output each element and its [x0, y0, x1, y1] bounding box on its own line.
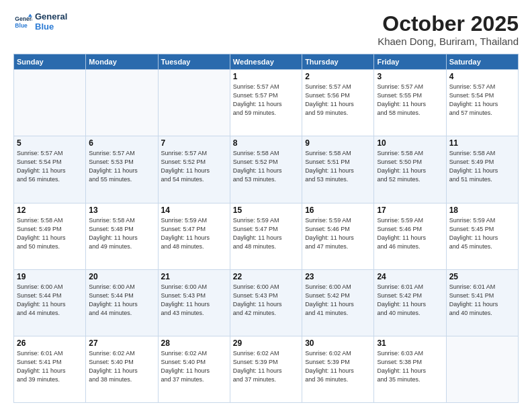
- calendar-cell: [446, 336, 518, 402]
- day-number: 10: [377, 138, 443, 148]
- calendar-cell: 23Sunrise: 6:00 AM Sunset: 5:42 PM Dayli…: [302, 269, 374, 336]
- weekday-header-monday: Monday: [86, 54, 158, 70]
- calendar-cell: 14Sunrise: 5:59 AM Sunset: 5:47 PM Dayli…: [158, 203, 230, 269]
- month-title: October 2025: [378, 12, 519, 36]
- day-number: 26: [17, 338, 83, 348]
- cell-info: Sunrise: 5:58 AM Sunset: 5:50 PM Dayligh…: [377, 149, 443, 184]
- calendar-cell: 21Sunrise: 6:00 AM Sunset: 5:43 PM Dayli…: [158, 269, 230, 336]
- day-number: 16: [305, 205, 371, 215]
- calendar-cell: 22Sunrise: 6:00 AM Sunset: 5:43 PM Dayli…: [230, 269, 302, 336]
- calendar-week-1: 1Sunrise: 5:57 AM Sunset: 5:57 PM Daylig…: [14, 70, 519, 136]
- day-number: 1: [233, 72, 299, 81]
- day-number: 11: [449, 138, 515, 148]
- cell-info: Sunrise: 5:57 AM Sunset: 5:54 PM Dayligh…: [449, 83, 515, 118]
- cell-info: Sunrise: 5:57 AM Sunset: 5:56 PM Dayligh…: [305, 83, 371, 118]
- weekday-header-thursday: Thursday: [302, 54, 374, 70]
- logo-line2: Blue: [35, 22, 67, 32]
- cell-info: Sunrise: 6:00 AM Sunset: 5:44 PM Dayligh…: [89, 283, 154, 318]
- cell-info: Sunrise: 5:57 AM Sunset: 5:55 PM Dayligh…: [377, 83, 443, 118]
- svg-text:Blue: Blue: [15, 22, 28, 29]
- day-number: 28: [161, 338, 227, 348]
- day-number: 13: [89, 205, 154, 215]
- calendar-week-2: 5Sunrise: 5:57 AM Sunset: 5:54 PM Daylig…: [14, 136, 519, 203]
- cell-info: Sunrise: 5:59 AM Sunset: 5:45 PM Dayligh…: [449, 216, 515, 251]
- cell-info: Sunrise: 6:01 AM Sunset: 5:41 PM Dayligh…: [17, 349, 83, 384]
- calendar-cell: 6Sunrise: 5:57 AM Sunset: 5:53 PM Daylig…: [86, 136, 158, 203]
- calendar-cell: 26Sunrise: 6:01 AM Sunset: 5:41 PM Dayli…: [14, 336, 86, 402]
- day-number: 17: [377, 205, 443, 215]
- calendar-cell: [158, 70, 230, 136]
- calendar-cell: [86, 70, 158, 136]
- cell-info: Sunrise: 5:57 AM Sunset: 5:53 PM Dayligh…: [89, 149, 154, 184]
- weekday-header-wednesday: Wednesday: [230, 54, 302, 70]
- calendar-cell: 1Sunrise: 5:57 AM Sunset: 5:57 PM Daylig…: [230, 70, 302, 136]
- weekday-header-sunday: Sunday: [14, 54, 86, 70]
- weekday-header-saturday: Saturday: [446, 54, 518, 70]
- calendar-cell: 29Sunrise: 6:02 AM Sunset: 5:39 PM Dayli…: [230, 336, 302, 402]
- calendar-cell: 20Sunrise: 6:00 AM Sunset: 5:44 PM Dayli…: [86, 269, 158, 336]
- cell-info: Sunrise: 5:59 AM Sunset: 5:47 PM Dayligh…: [161, 216, 227, 251]
- day-number: 6: [89, 138, 154, 148]
- cell-info: Sunrise: 5:57 AM Sunset: 5:57 PM Dayligh…: [233, 83, 299, 118]
- calendar-cell: 2Sunrise: 5:57 AM Sunset: 5:56 PM Daylig…: [302, 70, 374, 136]
- cell-info: Sunrise: 5:58 AM Sunset: 5:48 PM Dayligh…: [89, 216, 154, 251]
- calendar-cell: 8Sunrise: 5:58 AM Sunset: 5:52 PM Daylig…: [230, 136, 302, 203]
- cell-info: Sunrise: 5:57 AM Sunset: 5:54 PM Dayligh…: [17, 149, 83, 184]
- day-number: 25: [449, 272, 515, 281]
- page: General Blue General Blue October 2025 K…: [0, 0, 532, 411]
- day-number: 2: [305, 72, 371, 81]
- day-number: 18: [449, 205, 515, 215]
- cell-info: Sunrise: 6:02 AM Sunset: 5:39 PM Dayligh…: [233, 349, 299, 384]
- calendar-cell: 10Sunrise: 5:58 AM Sunset: 5:50 PM Dayli…: [374, 136, 446, 203]
- calendar-cell: 9Sunrise: 5:58 AM Sunset: 5:51 PM Daylig…: [302, 136, 374, 203]
- cell-info: Sunrise: 6:02 AM Sunset: 5:40 PM Dayligh…: [161, 349, 227, 384]
- calendar-cell: 15Sunrise: 5:59 AM Sunset: 5:47 PM Dayli…: [230, 203, 302, 269]
- header: General Blue General Blue October 2025 K…: [13, 12, 519, 47]
- calendar-cell: 31Sunrise: 6:03 AM Sunset: 5:38 PM Dayli…: [374, 336, 446, 402]
- calendar-week-3: 12Sunrise: 5:58 AM Sunset: 5:49 PM Dayli…: [14, 203, 519, 269]
- cell-info: Sunrise: 6:03 AM Sunset: 5:38 PM Dayligh…: [377, 349, 443, 384]
- cell-info: Sunrise: 5:58 AM Sunset: 5:49 PM Dayligh…: [17, 216, 83, 251]
- day-number: 7: [161, 138, 227, 148]
- cell-info: Sunrise: 6:00 AM Sunset: 5:43 PM Dayligh…: [233, 283, 299, 318]
- weekday-header-row: SundayMondayTuesdayWednesdayThursdayFrid…: [14, 54, 519, 70]
- logo-icon: General Blue: [13, 13, 32, 32]
- calendar-cell: 19Sunrise: 6:00 AM Sunset: 5:44 PM Dayli…: [14, 269, 86, 336]
- calendar-week-4: 19Sunrise: 6:00 AM Sunset: 5:44 PM Dayli…: [14, 269, 519, 336]
- day-number: 9: [305, 138, 371, 148]
- cell-info: Sunrise: 6:01 AM Sunset: 5:42 PM Dayligh…: [377, 283, 443, 318]
- calendar-cell: 28Sunrise: 6:02 AM Sunset: 5:40 PM Dayli…: [158, 336, 230, 402]
- calendar-table: SundayMondayTuesdayWednesdayThursdayFrid…: [13, 54, 519, 403]
- calendar-cell: 3Sunrise: 5:57 AM Sunset: 5:55 PM Daylig…: [374, 70, 446, 136]
- calendar-cell: 5Sunrise: 5:57 AM Sunset: 5:54 PM Daylig…: [14, 136, 86, 203]
- day-number: 30: [305, 338, 371, 348]
- day-number: 31: [377, 338, 443, 348]
- day-number: 14: [161, 205, 227, 215]
- calendar-cell: 12Sunrise: 5:58 AM Sunset: 5:49 PM Dayli…: [14, 203, 86, 269]
- calendar-cell: 24Sunrise: 6:01 AM Sunset: 5:42 PM Dayli…: [374, 269, 446, 336]
- day-number: 21: [161, 272, 227, 281]
- cell-info: Sunrise: 5:58 AM Sunset: 5:49 PM Dayligh…: [449, 149, 515, 184]
- cell-info: Sunrise: 5:58 AM Sunset: 5:52 PM Dayligh…: [233, 149, 299, 184]
- calendar-cell: 27Sunrise: 6:02 AM Sunset: 5:40 PM Dayli…: [86, 336, 158, 402]
- weekday-header-tuesday: Tuesday: [158, 54, 230, 70]
- day-number: 19: [17, 272, 83, 281]
- day-number: 15: [233, 205, 299, 215]
- calendar-cell: 13Sunrise: 5:58 AM Sunset: 5:48 PM Dayli…: [86, 203, 158, 269]
- day-number: 4: [449, 72, 515, 81]
- day-number: 29: [233, 338, 299, 348]
- calendar-cell: 18Sunrise: 5:59 AM Sunset: 5:45 PM Dayli…: [446, 203, 518, 269]
- cell-info: Sunrise: 5:59 AM Sunset: 5:47 PM Dayligh…: [233, 216, 299, 251]
- cell-info: Sunrise: 5:57 AM Sunset: 5:52 PM Dayligh…: [161, 149, 227, 184]
- cell-info: Sunrise: 6:00 AM Sunset: 5:42 PM Dayligh…: [305, 283, 371, 318]
- calendar-cell: [14, 70, 86, 136]
- weekday-header-friday: Friday: [374, 54, 446, 70]
- cell-info: Sunrise: 6:02 AM Sunset: 5:39 PM Dayligh…: [305, 349, 371, 384]
- cell-info: Sunrise: 6:01 AM Sunset: 5:41 PM Dayligh…: [449, 283, 515, 318]
- calendar-cell: 4Sunrise: 5:57 AM Sunset: 5:54 PM Daylig…: [446, 70, 518, 136]
- logo: General Blue General Blue: [13, 12, 67, 32]
- calendar-cell: 16Sunrise: 5:59 AM Sunset: 5:46 PM Dayli…: [302, 203, 374, 269]
- cell-info: Sunrise: 5:59 AM Sunset: 5:46 PM Dayligh…: [377, 216, 443, 251]
- cell-info: Sunrise: 5:58 AM Sunset: 5:51 PM Dayligh…: [305, 149, 371, 184]
- day-number: 12: [17, 205, 83, 215]
